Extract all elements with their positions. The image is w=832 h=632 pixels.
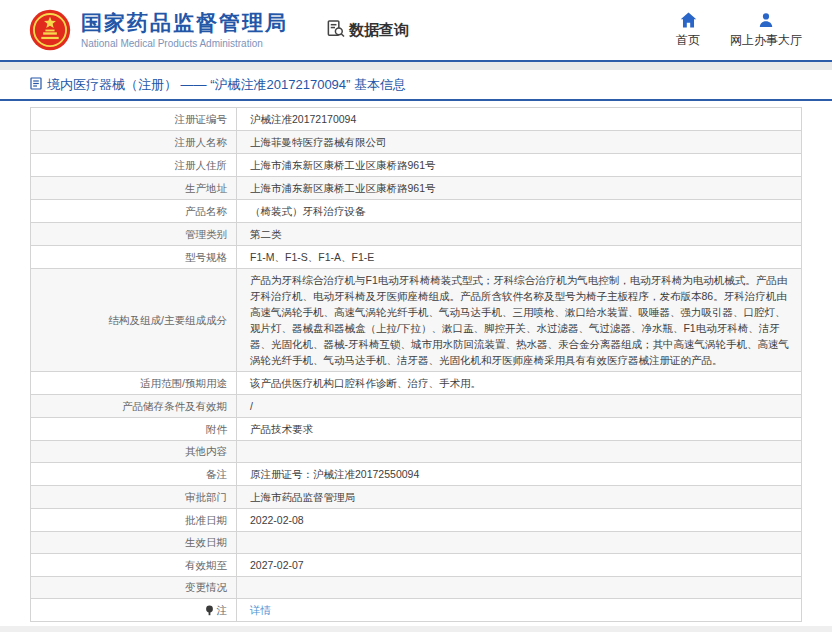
- footer-strip: [0, 626, 832, 632]
- table-row: 生产地址 上海市浦东新区康桥工业区康桥路961号: [31, 177, 801, 200]
- table-row: 附件 产品技术要求: [31, 418, 801, 441]
- breadcrumb-text: 境内医疗器械（注册） —— “沪械注准20172170094” 基本信息: [47, 76, 406, 94]
- row-label: 审批部门: [185, 490, 227, 505]
- row-label-cell: 注册证编号: [31, 108, 237, 130]
- data-query-button[interactable]: 数据查询: [326, 19, 409, 41]
- row-value-cell: 原注册证号：沪械注准20172550094: [237, 463, 801, 485]
- row-label: 结构及组成/主要组成成分: [109, 313, 227, 328]
- row-label: 附件: [206, 422, 227, 437]
- row-label-cell: 管理类别: [31, 223, 237, 245]
- row-value: 上海市浦东新区康桥工业区康桥路961号: [250, 157, 436, 173]
- row-value-cell: 上海市药品监督管理局: [237, 486, 801, 508]
- row-value: 2022-02-08: [250, 512, 304, 528]
- row-value: 该产品供医疗机构口腔科作诊断、治疗、手术用。: [250, 375, 481, 391]
- table-row: 生效日期: [31, 532, 801, 554]
- row-value: 产品技术要求: [250, 421, 313, 437]
- document-icon: [30, 77, 42, 93]
- row-label-cell: 有效期至: [31, 554, 237, 576]
- row-value-cell: 沪械注准20172170094: [237, 108, 801, 130]
- row-label: 注册证编号: [175, 112, 228, 127]
- row-label-cell: 批准日期: [31, 509, 237, 531]
- table-row: 注册证编号 沪械注准20172170094: [31, 108, 801, 131]
- breadcrumb: 境内医疗器械（注册） —— “沪械注准20172170094” 基本信息: [0, 70, 832, 101]
- nav-home-label: 首页: [676, 32, 700, 49]
- row-label-cell: 产品储存条件及有效期: [31, 395, 237, 417]
- top-nav: 首页 网上办事大厅: [676, 12, 802, 49]
- row-label: 其他内容: [185, 444, 227, 459]
- row-label: 变更情况: [185, 580, 227, 595]
- row-value-cell: [237, 577, 801, 598]
- nav-service-hall[interactable]: 网上办事大厅: [730, 12, 802, 49]
- registration-info-table: 注册证编号 沪械注准20172170094 注册人名称 上海菲曼特医疗器械有限公…: [30, 107, 802, 622]
- row-label: 生产地址: [185, 181, 227, 196]
- row-value: 产品为牙科综合治疗机与F1电动牙科椅椅装式型式；牙科综合治疗机为气电控制，电动牙…: [250, 272, 791, 368]
- detail-link[interactable]: 详情: [250, 602, 271, 618]
- site-header: 国家药品监督管理局 National Medical Products Admi…: [0, 0, 832, 62]
- row-label: 注册人名称: [175, 135, 228, 150]
- table-row: 有效期至 2027-02-07: [31, 554, 801, 577]
- row-label-cell: 生产地址: [31, 177, 237, 199]
- nav-service-hall-label: 网上办事大厅: [730, 32, 802, 49]
- row-value-cell: /: [237, 395, 801, 417]
- data-query-label: 数据查询: [349, 21, 409, 40]
- row-label-cell: 其他内容: [31, 441, 237, 462]
- main-content: 注册证编号 沪械注准20172170094 注册人名称 上海菲曼特医疗器械有限公…: [0, 101, 832, 622]
- row-value: 2027-02-07: [250, 557, 304, 573]
- table-row: 适用范围/预期用途 该产品供医疗机构口腔科作诊断、治疗、手术用。: [31, 372, 801, 395]
- row-value: 第二类: [250, 226, 282, 242]
- row-value: 上海市药品监督管理局: [250, 489, 355, 505]
- row-label-cell: 产品名称: [31, 200, 237, 222]
- nav-home[interactable]: 首页: [676, 12, 700, 49]
- row-value-cell: F1-M、F1-S、F1-A、F1-E: [237, 246, 801, 268]
- row-label: 产品名称: [185, 204, 227, 219]
- table-row: 注 详情: [31, 599, 801, 621]
- row-label-cell: 结构及组成/主要组成成分: [31, 269, 237, 371]
- row-value: （椅装式）牙科治疗设备: [250, 203, 366, 219]
- table-row: 变更情况: [31, 577, 801, 599]
- row-label: 适用范围/预期用途: [140, 376, 227, 391]
- row-label-cell: 审批部门: [31, 486, 237, 508]
- table-row: 审批部门 上海市药品监督管理局: [31, 486, 801, 509]
- row-value: 沪械注准20172170094: [250, 111, 356, 127]
- row-label: 管理类别: [185, 227, 227, 242]
- person-icon: [758, 12, 774, 28]
- row-label: 批准日期: [185, 513, 227, 528]
- row-value-cell: 第二类: [237, 223, 801, 245]
- row-value-cell: 上海市浦东新区康桥工业区康桥路961号: [237, 177, 801, 199]
- row-value-cell: [237, 532, 801, 553]
- row-label-cell: 注: [31, 599, 237, 621]
- row-value: 上海市浦东新区康桥工业区康桥路961号: [250, 180, 436, 196]
- row-label: 有效期至: [185, 558, 227, 573]
- row-label-cell: 附件: [31, 418, 237, 440]
- table-row: 其他内容: [31, 441, 801, 463]
- logo-group[interactable]: 国家药品监督管理局 National Medical Products Admi…: [28, 8, 288, 52]
- site-title-cn: 国家药品监督管理局: [81, 11, 288, 34]
- row-value-cell: 2022-02-08: [237, 509, 801, 531]
- row-label-cell: 注册人名称: [31, 131, 237, 153]
- row-value-cell: 上海菲曼特医疗器械有限公司: [237, 131, 801, 153]
- page: 国家药品监督管理局 National Medical Products Admi…: [0, 0, 832, 632]
- site-title-en: National Medical Products Administration: [81, 38, 288, 49]
- table-row: 批准日期 2022-02-08: [31, 509, 801, 532]
- home-icon: [680, 12, 697, 28]
- row-value-cell: 详情: [237, 599, 801, 621]
- row-label: 注: [217, 603, 228, 618]
- table-row: 注册人名称 上海菲曼特医疗器械有限公司: [31, 131, 801, 154]
- note-icon: [205, 605, 214, 616]
- data-query-icon: [326, 19, 345, 41]
- row-label-cell: 变更情况: [31, 577, 237, 598]
- row-value-cell: 该产品供医疗机构口腔科作诊断、治疗、手术用。: [237, 372, 801, 394]
- row-label-cell: 型号规格: [31, 246, 237, 268]
- row-value: 上海菲曼特医疗器械有限公司: [250, 134, 387, 150]
- row-label-cell: 备注: [31, 463, 237, 485]
- row-label-cell: 生效日期: [31, 532, 237, 553]
- row-label-cell: 注册人住所: [31, 154, 237, 176]
- national-emblem-icon: [28, 8, 72, 52]
- row-label-cell: 适用范围/预期用途: [31, 372, 237, 394]
- row-value-cell: （椅装式）牙科治疗设备: [237, 200, 801, 222]
- row-label: 备注: [206, 467, 227, 482]
- row-value: 原注册证号：沪械注准20172550094: [250, 466, 419, 482]
- row-label: 型号规格: [185, 250, 227, 265]
- table-row: 管理类别 第二类: [31, 223, 801, 246]
- row-label: 注册人住所: [175, 158, 228, 173]
